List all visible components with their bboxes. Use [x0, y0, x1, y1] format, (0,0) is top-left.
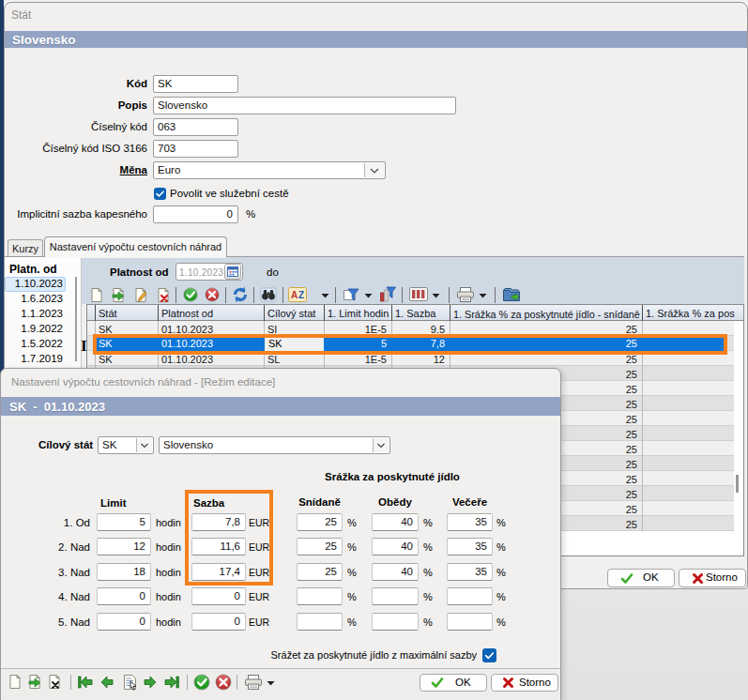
- svg-text:Z: Z: [298, 290, 304, 300]
- svg-text:A: A: [291, 290, 298, 300]
